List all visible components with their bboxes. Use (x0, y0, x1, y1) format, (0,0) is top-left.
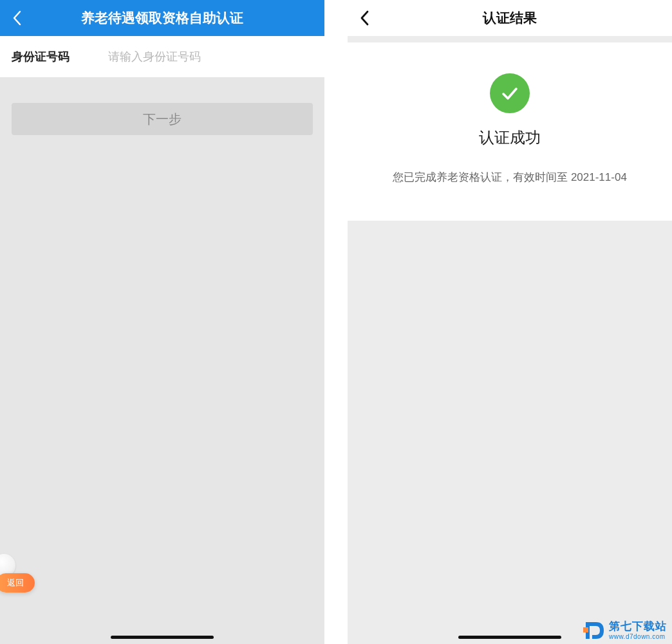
phone-screen-left: 养老待遇领取资格自助认证 身份证号码 下一步 返回 (0, 0, 336, 644)
result-card: 认证成功 您已完成养老资格认证，有效时间至 2021-11-04 (348, 42, 672, 221)
page-title-right: 认证结果 (348, 9, 672, 27)
next-button[interactable]: 下一步 (12, 103, 313, 135)
watermark-site-name: 第七下载站 (609, 621, 667, 633)
header-bar-right: 认证结果 (348, 0, 672, 36)
float-back-label: 返回 (7, 577, 24, 589)
id-number-row: 身份证号码 (0, 36, 324, 77)
result-description: 您已完成养老资格认证，有效时间至 2021-11-04 (360, 170, 659, 185)
chevron-left-icon (360, 10, 369, 26)
back-button-right[interactable] (348, 0, 381, 36)
phone-screen-right: 认证结果 认证成功 您已完成养老资格认证，有效时间至 2021-11-04 (348, 0, 672, 644)
back-button-left[interactable] (0, 0, 33, 36)
result-title: 认证成功 (360, 127, 659, 148)
success-icon (490, 73, 530, 113)
checkmark-icon (498, 82, 521, 105)
home-indicator-right[interactable] (458, 636, 561, 639)
right-body-area (348, 221, 672, 644)
watermark-text: 第七下载站 www.d7down.com (609, 621, 667, 640)
home-indicator-left[interactable] (111, 636, 214, 639)
left-body-area: 下一步 返回 (0, 77, 324, 644)
watermark: 第七下载站 www.d7down.com (582, 620, 667, 641)
page-title-left: 养老待遇领取资格自助认证 (0, 9, 324, 27)
divider (348, 36, 672, 42)
id-number-label: 身份证号码 (12, 49, 108, 64)
watermark-logo-icon (582, 620, 604, 641)
watermark-site-url: www.d7down.com (609, 633, 667, 640)
header-bar-left: 养老待遇领取资格自助认证 (0, 0, 324, 36)
float-back-button[interactable]: 返回 (0, 573, 35, 593)
id-number-input[interactable] (108, 50, 313, 64)
chevron-left-icon (12, 10, 21, 26)
